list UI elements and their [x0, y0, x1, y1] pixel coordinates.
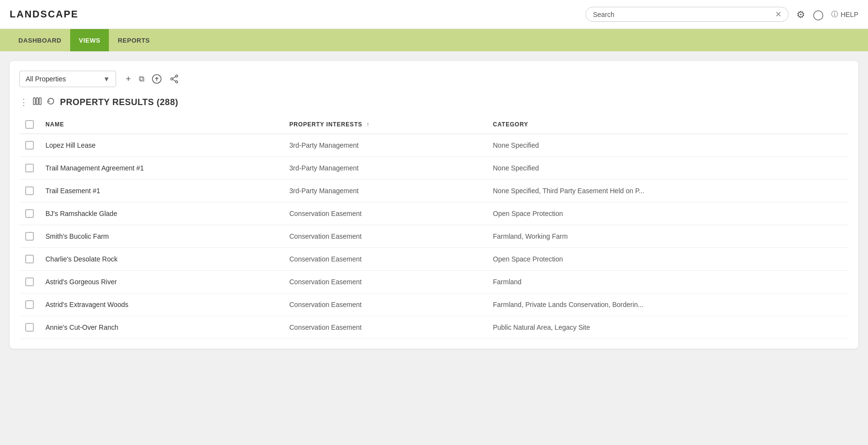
results-header: ⋮ PROPERTY RESULTS (288): [19, 97, 849, 107]
row-category: Public Natural Area, Legacy Site: [487, 316, 849, 339]
row-category: None Specified: [487, 157, 849, 180]
help-circle-icon: ⓘ: [831, 10, 838, 19]
row-property-interests: Conservation Easement: [284, 225, 487, 248]
row-checkbox[interactable]: [25, 277, 34, 286]
table-row: Smith's Bucolic Farm Conservation Easeme…: [19, 225, 849, 248]
row-category: None Specified, Third Party Easement Hel…: [487, 180, 849, 202]
row-checkbox[interactable]: [25, 255, 34, 263]
row-property-interests: 3rd-Party Management: [284, 180, 487, 202]
row-name[interactable]: Lopez Hill Lease: [40, 134, 284, 157]
row-checkbox-cell: [19, 157, 40, 180]
table-row: Lopez Hill Lease 3rd-Party Management No…: [19, 134, 849, 157]
row-checkbox[interactable]: [25, 164, 34, 172]
sort-arrow-icon: ↑: [366, 121, 370, 128]
nav-views[interactable]: VIEWS: [70, 29, 109, 51]
row-property-interests: Conservation Easement: [284, 271, 487, 293]
toolbar-actions: + ⧉: [126, 74, 179, 84]
row-checkbox-cell: [19, 248, 40, 271]
svg-rect-7: [33, 98, 35, 105]
row-name[interactable]: Astrid's Gorgeous River: [40, 271, 284, 293]
table-row: Astrid's Extravagent Woods Conservation …: [19, 293, 849, 316]
content-card: All Properties ▼ + ⧉: [10, 61, 858, 349]
svg-point-2: [175, 75, 177, 77]
table-container: NAME PROPERTY INTERESTS ↑ CATEGORY: [19, 115, 849, 339]
row-checkbox[interactable]: [25, 300, 34, 309]
drag-handle-icon[interactable]: ⋮: [19, 97, 28, 107]
row-property-interests: 3rd-Party Management: [284, 157, 487, 180]
search-container: ✕: [585, 7, 789, 22]
col-category: CATEGORY: [487, 115, 849, 134]
settings-icon[interactable]: ⚙: [796, 9, 805, 20]
table-row: BJ's Ramshackle Glade Conservation Easem…: [19, 202, 849, 225]
row-name[interactable]: Trail Management Agreement #1: [40, 157, 284, 180]
table-row: Astrid's Gorgeous River Conservation Eas…: [19, 271, 849, 293]
svg-point-3: [175, 81, 177, 83]
svg-line-6: [173, 79, 176, 81]
row-property-interests: Conservation Easement: [284, 202, 487, 225]
help-button[interactable]: ⓘ HELP: [831, 10, 858, 19]
svg-point-4: [170, 78, 172, 80]
row-property-interests: Conservation Easement: [284, 316, 487, 339]
row-category: Farmland, Working Farm: [487, 225, 849, 248]
header: LANDSCAPE ✕ ⚙ ◯ ⓘ HELP: [0, 0, 868, 29]
table-row: Charlie's Desolate Rock Conservation Eas…: [19, 248, 849, 271]
row-name[interactable]: Astrid's Extravagent Woods: [40, 293, 284, 316]
row-property-interests: Conservation Easement: [284, 248, 487, 271]
results-title: PROPERTY RESULTS (288): [60, 97, 178, 107]
columns-icon[interactable]: [33, 97, 42, 107]
add-button[interactable]: +: [126, 74, 131, 84]
search-input[interactable]: [593, 11, 771, 18]
row-name[interactable]: BJ's Ramshackle Glade: [40, 202, 284, 225]
col-property-interests[interactable]: PROPERTY INTERESTS ↑: [284, 115, 487, 134]
user-icon[interactable]: ◯: [813, 9, 823, 20]
row-checkbox-cell: [19, 202, 40, 225]
row-checkbox-cell: [19, 180, 40, 202]
row-checkbox-cell: [19, 225, 40, 248]
row-name[interactable]: Trail Easement #1: [40, 180, 284, 202]
search-clear-icon[interactable]: ✕: [775, 10, 781, 19]
refresh-icon[interactable]: [46, 97, 55, 107]
help-label: HELP: [840, 11, 858, 18]
nav-bar: DASHBOARD VIEWS REPORTS: [0, 29, 868, 51]
row-checkbox[interactable]: [25, 232, 34, 241]
row-checkbox-cell: [19, 293, 40, 316]
upload-button[interactable]: [152, 74, 162, 84]
table-row: Annie's Cut-Over Ranch Conservation Ease…: [19, 316, 849, 339]
chevron-down-icon: ▼: [103, 75, 110, 83]
row-checkbox-cell: [19, 271, 40, 293]
main-content: All Properties ▼ + ⧉: [0, 51, 868, 445]
svg-rect-9: [39, 98, 41, 105]
row-category: Open Space Protection: [487, 248, 849, 271]
table-row: Trail Management Agreement #1 3rd-Party …: [19, 157, 849, 180]
header-icons: ⚙ ◯ ⓘ HELP: [796, 9, 858, 20]
row-name[interactable]: Smith's Bucolic Farm: [40, 225, 284, 248]
row-name[interactable]: Charlie's Desolate Rock: [40, 248, 284, 271]
copy-button[interactable]: ⧉: [139, 75, 144, 83]
toolbar: All Properties ▼ + ⧉: [19, 71, 849, 87]
svg-line-5: [173, 77, 176, 78]
app-logo: LANDSCAPE: [10, 9, 78, 20]
row-checkbox[interactable]: [25, 141, 34, 150]
row-checkbox[interactable]: [25, 186, 34, 195]
row-name[interactable]: Annie's Cut-Over Ranch: [40, 316, 284, 339]
nav-dashboard[interactable]: DASHBOARD: [10, 29, 70, 51]
nav-reports[interactable]: REPORTS: [109, 29, 158, 51]
row-property-interests: Conservation Easement: [284, 293, 487, 316]
view-selector-label: All Properties: [26, 75, 66, 83]
row-checkbox[interactable]: [25, 323, 34, 332]
select-all-checkbox[interactable]: [25, 120, 34, 129]
view-selector[interactable]: All Properties ▼: [19, 71, 116, 87]
share-button[interactable]: [169, 74, 179, 84]
row-category: None Specified: [487, 134, 849, 157]
row-property-interests: 3rd-Party Management: [284, 134, 487, 157]
row-checkbox-cell: [19, 134, 40, 157]
svg-rect-8: [36, 98, 38, 105]
col-name: NAME: [40, 115, 284, 134]
row-checkbox[interactable]: [25, 209, 34, 218]
row-category: Farmland, Private Lands Conservation, Bo…: [487, 293, 849, 316]
row-category: Farmland: [487, 271, 849, 293]
properties-table: NAME PROPERTY INTERESTS ↑ CATEGORY: [19, 115, 849, 339]
table-row: Trail Easement #1 3rd-Party Management N…: [19, 180, 849, 202]
row-category: Open Space Protection: [487, 202, 849, 225]
row-checkbox-cell: [19, 316, 40, 339]
